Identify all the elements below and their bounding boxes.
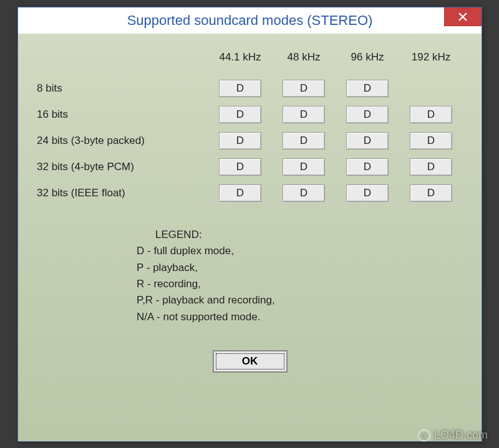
watermark-text: LO4D.com [434,429,488,442]
row-header-16bits: 16 bits [37,108,208,121]
mode-box: D [219,158,261,176]
col-header-96khz: 96 kHz [336,51,399,71]
mode-box: D [219,106,261,123]
mode-box: D [283,106,325,123]
col-header-48khz: 48 kHz [272,51,336,71]
legend-line: P - playback, [137,260,463,276]
mode-box: D [346,132,389,150]
titlebar: Supported soundcard modes (STEREO) [18,7,482,34]
legend-line: D - full duplex mode, [137,243,463,259]
legend-line: P,R - playback and recording, [137,292,463,308]
mode-box: D [346,80,389,97]
mode-box: D [410,106,452,123]
close-icon [458,12,467,21]
col-header-44khz: 44.1 kHz [208,51,272,71]
row-header-32bits-float: 32 bits (IEEE float) [37,187,208,199]
row-header-24bits: 24 bits (3-byte packed) [37,135,208,147]
mode-box: D [283,80,325,97]
mode-box: D [283,158,325,176]
legend: LEGEND: D - full duplex mode, P - playba… [137,227,463,325]
watermark: cc LO4D.com [418,429,488,442]
legend-title: LEGEND: [137,227,463,243]
window-title: Supported soundcard modes (STEREO) [127,12,373,29]
mode-box: D [219,184,261,202]
mode-box: D [219,80,261,97]
row-header-8bits: 8 bits [37,82,208,95]
dialog-content: 44.1 kHz 48 kHz 96 kHz 192 kHz 8 bits D … [18,34,482,379]
mode-box: D [283,184,325,202]
dialog-action-row: OK [37,350,463,373]
mode-box: D [346,158,389,176]
legend-line: R - recording, [137,276,463,292]
mode-box: D [283,132,325,150]
modes-grid: 44.1 kHz 48 kHz 96 kHz 192 kHz 8 bits D … [37,51,463,202]
cc-icon: cc [418,429,430,442]
legend-line: N/A - not supported mode. [137,309,463,325]
row-header-32bits-pcm: 32 bits (4-byte PCM) [37,161,208,173]
mode-box: D [410,132,452,150]
col-header-192khz: 192 kHz [399,51,463,71]
mode-box: D [346,184,389,202]
mode-box: D [410,184,452,202]
mode-box: D [346,106,389,123]
ok-button[interactable]: OK [213,350,288,373]
close-button[interactable] [444,7,482,26]
mode-box: D [410,158,452,176]
dialog-window: Supported soundcard modes (STEREO) 44.1 … [17,7,482,442]
mode-box: D [219,132,261,150]
